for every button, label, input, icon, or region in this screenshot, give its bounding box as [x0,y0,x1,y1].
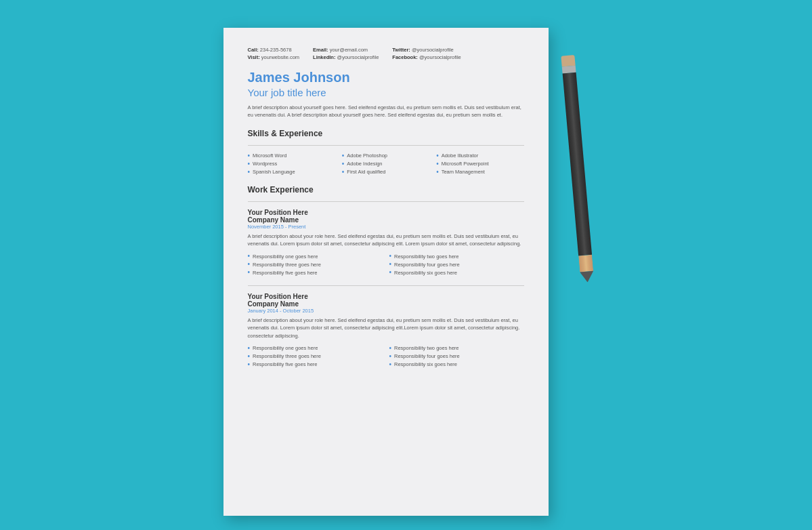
skill-item: •Microsoft Powerpoint [436,161,523,167]
company-name: Company Name [248,300,524,308]
resume-job-title: Your job title here [248,87,524,98]
skill-item: •Wordpress [248,161,335,167]
bullet-icon: • [248,361,251,368]
resp-label: Responsibility five goes here [253,361,317,367]
skill-item: •Adobe Photoshop [342,152,429,159]
resp-label: Responsibility three goes here [253,262,321,268]
skill-item: •Team Management [436,169,523,176]
page-wrapper: Call: 234-235-5678 Visit: yourwebsite.co… [223,28,589,516]
work-divider [248,201,524,202]
resp-item: •Responsibility one goes here [248,253,383,260]
pencil-tip-wrapper [578,255,594,283]
resp-item: •Responsibility one goes here [248,345,383,352]
resume-name: James Johnson [248,70,524,85]
resp-label: Responsibility four goes here [394,353,460,359]
contact-col-left: Call: 234-235-5678 Visit: yourwebsite.co… [248,47,300,60]
bullet-icon: • [248,269,251,276]
pencil-point [580,271,594,283]
skill-item: •Adobe Illustrator [436,152,523,159]
work-entry: Your Position Here Company Name November… [248,209,524,277]
bullet-icon: • [342,169,345,176]
position-title: Your Position Here [248,209,524,216]
resp-label: Responsibility three goes here [253,353,321,359]
resp-label: Responsibility one goes here [253,253,318,260]
bullet-icon: • [248,253,251,260]
bullet-icon: • [342,152,345,159]
pencil-eraser [561,55,575,67]
bullet-icon: • [389,353,392,360]
bullet-icon: • [436,161,439,167]
job-divider [248,285,524,286]
resp-item: •Responsibility five goes here [248,361,383,368]
work-desc: A brief description about your role here… [248,317,524,340]
bullet-icon: • [436,152,439,159]
contact-facebook: Facebook: @yoursocialprofile [392,54,461,60]
responsibilities-grid: •Responsibility one goes here•Responsibi… [248,345,524,368]
bullet-icon: • [248,169,251,176]
resume-brief-desc: A brief description about yourself goes … [248,104,524,119]
resp-label: Responsibility two goes here [394,345,458,351]
resp-label: Responsibility six goes here [394,270,457,276]
bullet-icon: • [389,361,392,368]
resp-label: Responsibility five goes here [253,270,317,276]
bullet-icon: • [248,152,251,159]
resp-item: •Responsibility six goes here [389,361,524,368]
skill-label: Spanish Language [253,169,295,175]
contact-email: Email: your@email.com [313,47,379,53]
contact-bar: Call: 234-235-5678 Visit: yourwebsite.co… [248,47,524,60]
bullet-icon: • [248,353,251,360]
skills-divider [248,145,524,146]
skill-label: Adobe Illustrator [442,152,479,159]
skills-section-title: Skills & Experience [248,129,524,138]
bullet-icon: • [342,161,345,167]
skill-label: Adobe Photoshop [347,152,387,159]
resp-label: Responsibility six goes here [394,361,457,367]
work-section-title: Work Experience [248,185,524,195]
resp-item: •Responsibility three goes here [248,353,383,360]
bullet-icon: • [248,261,251,268]
skill-label: Microsoft Word [253,152,286,159]
skill-label: Adobe Indesign [347,161,382,167]
jobs-container: Your Position Here Company Name November… [248,209,524,368]
resp-item: •Responsibility five goes here [248,269,383,276]
bullet-icon: • [389,345,392,352]
position-title: Your Position Here [248,293,524,300]
skill-label: First Aid qualified [347,169,385,175]
skill-item: •Spanish Language [248,169,335,176]
contact-call: Call: 234-235-5678 [248,47,300,53]
bullet-icon: • [436,169,439,176]
contact-col-mid: Email: your@email.com LinkedIn: @yoursoc… [313,47,379,60]
company-name: Company Name [248,216,524,224]
date-range: January 2014 - October 2015 [248,308,524,314]
bullet-icon: • [389,253,392,260]
pencil-tip-body [578,255,593,272]
resp-item: •Responsibility three goes here [248,261,383,268]
pencil-body [562,73,591,256]
skills-grid: •Microsoft Word•Adobe Photoshop•Adobe Il… [248,152,524,176]
contact-visit: Visit: yourwebsite.com [248,54,300,60]
skill-label: Wordpress [253,161,277,167]
contact-linkedin: LinkedIn: @yoursocialprofile [313,54,379,60]
resp-item: •Responsibility six goes here [389,269,524,276]
contact-col-right: Twitter: @yoursocialprofile Facebook: @y… [392,47,461,60]
bullet-icon: • [248,161,251,167]
bullet-icon: • [389,269,392,276]
skill-item: •First Aid qualified [342,169,429,176]
skill-label: Microsoft Powerpoint [442,161,489,167]
resp-label: Responsibility one goes here [253,345,318,351]
resume-paper: Call: 234-235-5678 Visit: yourwebsite.co… [223,28,549,516]
resp-item: •Responsibility two goes here [389,345,524,352]
date-range: November 2015 - Present [248,224,524,230]
contact-twitter: Twitter: @yoursocialprofile [392,47,461,53]
skill-item: •Microsoft Word [248,152,335,159]
work-entry: Your Position Here Company Name January … [248,293,524,368]
bullet-icon: • [248,345,251,352]
resp-label: Responsibility four goes here [394,262,460,268]
work-desc: A brief description about your role here… [248,232,524,248]
resp-item: •Responsibility four goes here [389,261,524,268]
pencil [558,55,597,286]
resp-item: •Responsibility two goes here [389,253,524,260]
resp-label: Responsibility two goes here [394,253,458,260]
responsibilities-grid: •Responsibility one goes here•Responsibi… [248,253,524,276]
resp-item: •Responsibility four goes here [389,353,524,360]
